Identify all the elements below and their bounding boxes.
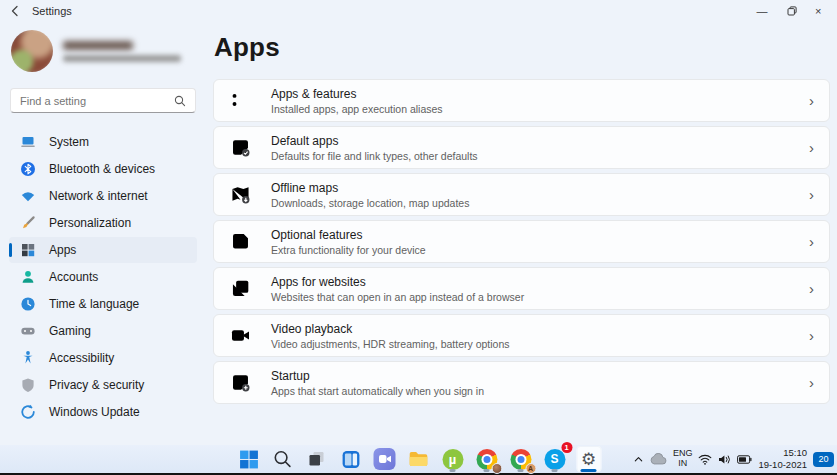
card-subtitle: Installed apps, app execution aliases	[271, 103, 443, 115]
chrome-profile-letter-badge: A	[525, 463, 536, 474]
avatar	[11, 30, 53, 72]
active-indicator	[581, 469, 597, 472]
language-indicator[interactable]: ENG IN	[673, 449, 693, 469]
page-title: Apps	[214, 32, 830, 63]
widgets-button[interactable]	[338, 446, 363, 472]
card-apps-features[interactable]: Apps & featuresInstalled apps, app execu…	[213, 79, 830, 122]
chrome-profile-2-button[interactable]: A	[508, 446, 533, 472]
wifi-tray-button[interactable]	[698, 454, 712, 465]
volume-tray-button[interactable]	[718, 454, 731, 465]
chat-button[interactable]	[372, 446, 397, 472]
brush-icon	[20, 215, 36, 231]
map-download-icon	[229, 183, 252, 206]
card-subtitle: Apps that start automatically when you s…	[271, 385, 484, 397]
windows-start-icon	[238, 449, 259, 470]
skype-notification-badge: 1	[561, 442, 572, 453]
speaker-icon	[718, 454, 731, 465]
minimize-button[interactable]: —	[747, 0, 777, 22]
sidebar-item-network-internet[interactable]: Network & internet	[9, 183, 197, 209]
widgets-icon	[340, 449, 361, 470]
shield-icon	[20, 377, 36, 393]
notification-count-badge[interactable]: 20	[813, 452, 834, 467]
task-view-button[interactable]	[304, 446, 329, 472]
sidebar-item-label: Bluetooth & devices	[49, 162, 155, 176]
close-button[interactable]: ×	[807, 0, 837, 22]
card-subtitle: Defaults for file and link types, other …	[271, 150, 478, 162]
user-profile	[11, 30, 195, 72]
card-optional-features[interactable]: Optional featuresExtra functionality for…	[213, 220, 830, 263]
sidebar-item-system[interactable]: System	[9, 129, 197, 155]
taskbar-search-button[interactable]	[270, 446, 295, 472]
window-controls: — ×	[747, 0, 837, 22]
running-indicator	[552, 469, 558, 472]
sidebar-item-time-language[interactable]: Time & language	[9, 291, 197, 317]
search-box[interactable]	[10, 88, 196, 113]
sidebar-item-accessibility[interactable]: Accessibility	[9, 345, 197, 371]
card-title: Apps & features	[271, 87, 443, 101]
video-camera-icon	[229, 324, 252, 347]
update-arrows-icon	[20, 404, 36, 420]
utorrent-icon: µ	[442, 449, 463, 470]
cloud-icon	[650, 453, 667, 465]
running-indicator	[484, 469, 490, 472]
startup-icon	[229, 371, 252, 394]
card-offline-maps[interactable]: Offline mapsDownloads, storage location,…	[213, 173, 830, 216]
sidebar-item-gaming[interactable]: Gaming	[9, 318, 197, 344]
bluetooth-icon	[20, 161, 36, 177]
card-subtitle: Extra functionality for your device	[271, 244, 426, 256]
sidebar-item-label: System	[49, 135, 89, 149]
sidebar: System Bluetooth & devices Network & int…	[0, 22, 206, 443]
onedrive-tray-button[interactable]	[650, 453, 667, 465]
chevron-right-icon: ›	[809, 375, 814, 390]
app-link-icon	[229, 277, 252, 300]
sidebar-item-label: Windows Update	[49, 405, 140, 419]
chevron-right-icon: ›	[809, 281, 814, 296]
card-video-playback[interactable]: Video playbackVideo adjustments, HDR str…	[213, 314, 830, 357]
search-icon	[273, 449, 293, 469]
chevron-right-icon: ›	[809, 140, 814, 155]
chrome-profile-1-button[interactable]	[474, 446, 499, 472]
card-title: Offline maps	[271, 181, 469, 195]
taskbar: µ A S 1 ⚙ ENG	[0, 445, 837, 475]
card-subtitle: Websites that can open in an app instead…	[271, 291, 524, 303]
sidebar-item-windows-update[interactable]: Windows Update	[9, 399, 197, 425]
card-subtitle: Video adjustments, HDR streaming, batter…	[271, 338, 510, 350]
clock-icon	[20, 296, 36, 312]
sidebar-item-label: Time & language	[49, 297, 139, 311]
restore-button[interactable]	[777, 0, 807, 22]
chevron-up-icon	[633, 454, 644, 465]
sidebar-item-personalization[interactable]: Personalization	[9, 210, 197, 236]
card-startup[interactable]: StartupApps that start automatically whe…	[213, 361, 830, 404]
chevron-right-icon: ›	[809, 187, 814, 202]
laptop-icon	[20, 134, 36, 150]
wifi-icon	[698, 454, 712, 465]
sidebar-item-bluetooth-devices[interactable]: Bluetooth & devices	[9, 156, 197, 182]
battery-tray-button[interactable]	[737, 455, 752, 464]
sidebar-item-label: Personalization	[49, 216, 131, 230]
sidebar-item-apps[interactable]: Apps	[9, 237, 197, 263]
sidebar-item-label: Privacy & security	[49, 378, 144, 392]
card-subtitle: Downloads, storage location, map updates	[271, 197, 469, 209]
card-default-apps[interactable]: Default appsDefaults for file and link t…	[213, 126, 830, 169]
apps-grid-icon	[20, 242, 36, 258]
user-email-redacted	[63, 55, 181, 62]
card-title: Apps for websites	[271, 275, 524, 289]
sidebar-item-privacy-security[interactable]: Privacy & security	[9, 372, 197, 398]
clock[interactable]: 15:10 19-10-2021	[758, 447, 807, 471]
settings-button[interactable]: ⚙	[576, 446, 601, 472]
back-button[interactable]	[0, 0, 30, 22]
card-title: Optional features	[271, 228, 426, 242]
utorrent-button[interactable]: µ	[440, 446, 465, 472]
chevron-right-icon: ›	[809, 234, 814, 249]
skype-button[interactable]: S 1	[542, 446, 567, 472]
task-view-icon	[307, 449, 327, 469]
hidden-icons-button[interactable]	[633, 454, 644, 465]
running-indicator	[518, 469, 524, 472]
file-explorer-button[interactable]	[406, 446, 431, 472]
card-apps-for-websites[interactable]: Apps for websitesWebsites that can open …	[213, 267, 830, 310]
chat-icon	[374, 448, 396, 470]
sidebar-item-accounts[interactable]: Accounts	[9, 264, 197, 290]
chevron-left-icon	[9, 5, 21, 17]
start-button[interactable]	[236, 446, 261, 472]
search-input[interactable]	[20, 95, 174, 107]
